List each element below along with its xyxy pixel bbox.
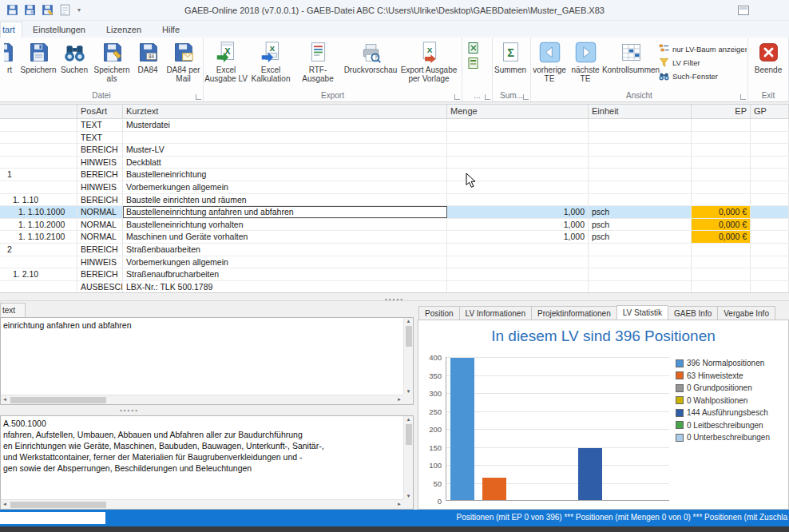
- horizontal-scrollbar[interactable]: ◄►: [1, 395, 403, 404]
- excel-small-icon[interactable]: [467, 57, 480, 69]
- ribbon-tab-start[interactable]: tart: [0, 22, 22, 38]
- table-row[interactable]: AUSBESCHRLBX-Nr.: TLK 500.1789: [0, 281, 789, 294]
- excel-ausgabe-lv-button[interactable]: X Excel Ausgabe LV: [204, 38, 248, 89]
- langtext-editor[interactable]: A.500.1000 nfahren, Aufstellen, Umbauen,…: [0, 415, 414, 510]
- suchen-button[interactable]: Suchen: [57, 38, 91, 89]
- cell-kurztext: [123, 132, 447, 144]
- chart-gridline: [446, 411, 669, 412]
- table-row[interactable]: 1BEREICHBaustelleneinrichtung: [0, 169, 789, 181]
- scroll-left-icon[interactable]: ◄: [2, 397, 7, 402]
- ribbon-tab-lizenzen[interactable]: Lizenzen: [96, 22, 152, 38]
- scrollbar-thumb[interactable]: [406, 326, 412, 347]
- cell-menge: [447, 244, 589, 256]
- window-icon[interactable]: [738, 6, 749, 15]
- table-row[interactable]: 1. 2.10BEREICHStraßenaufbrucharbeiten: [0, 268, 789, 281]
- table-row[interactable]: 1. 1.10.2000NORMALBaustelleneinrichtung …: [0, 219, 789, 232]
- panel-splitter[interactable]: •••••: [0, 405, 414, 415]
- tab-gaeb-info[interactable]: GAEB Info: [668, 306, 717, 320]
- table-row[interactable]: 1. 1.10.1000NORMALBaustelleneinrichtung …: [0, 206, 789, 219]
- scroll-right-icon[interactable]: ►: [397, 502, 402, 506]
- scrollbar-thumb[interactable]: [10, 502, 106, 508]
- horizontal-scrollbar[interactable]: ◄►: [1, 499, 403, 509]
- tab-lv-informationen[interactable]: LV Informationen: [459, 306, 531, 320]
- cell-einheit: psch: [589, 231, 692, 243]
- column-header-einheit[interactable]: Einheit: [589, 105, 692, 118]
- cell-gp: [751, 231, 789, 243]
- cell-einheit: [589, 181, 692, 193]
- vorherige-te-button[interactable]: vorherige TE: [531, 38, 568, 89]
- save-all-icon[interactable]: [23, 3, 37, 17]
- scroll-right-icon[interactable]: ►: [397, 397, 402, 402]
- excel-small-icon[interactable]: [467, 42, 480, 54]
- vertical-scrollbar[interactable]: ▲▼: [403, 318, 413, 395]
- naechste-te-button[interactable]: nächste TE: [568, 38, 603, 89]
- dialog-launcher-icon[interactable]: [523, 94, 529, 100]
- tab-projektinformationen[interactable]: Projektinformationen: [531, 306, 617, 320]
- dialog-launcher-icon[interactable]: [740, 94, 746, 100]
- ribbon-tab-einstellungen[interactable]: Einstellungen: [22, 22, 96, 38]
- table-row[interactable]: BEREICHMuster-LV: [0, 144, 789, 157]
- save-icon[interactable]: [6, 3, 19, 17]
- column-header-menge[interactable]: Menge: [447, 105, 589, 118]
- kurztext-editor[interactable]: einrichtung anfahren und abfahren ▲▼ ◄►: [0, 317, 414, 405]
- rtf-ausgabe-button[interactable]: RTF-Ausgabe: [293, 38, 343, 89]
- preview-icon[interactable]: [58, 3, 72, 17]
- cell-posart: HINWEIS: [77, 157, 123, 169]
- table-row[interactable]: 1. 1.10BEREICHBaustelle einrichten und r…: [0, 194, 789, 207]
- horizontal-splitter[interactable]: •••••: [0, 292, 789, 301]
- scrollbar-thumb[interactable]: [10, 397, 106, 403]
- table-row[interactable]: TEXTMusterdatei: [0, 119, 789, 132]
- table-row[interactable]: HINWEISVorbemerkungen allgemein: [0, 181, 789, 194]
- lv-filter-label: LV Filter: [672, 58, 700, 67]
- export-vorlage-button[interactable]: X Export Ausgabe per Vorlage: [398, 38, 459, 89]
- legend-swatch: [676, 359, 684, 367]
- ribbon-tab-hilfe[interactable]: Hilfe: [152, 22, 190, 38]
- scroll-down-icon[interactable]: ▼: [404, 494, 413, 498]
- table-row[interactable]: 1. 1.10.2100NORMALMaschinen und Geräte v…: [0, 231, 789, 244]
- cell-kurztext: Baustelleneinrichtung anfahren und abfah…: [123, 206, 447, 218]
- tab-vergabe-info[interactable]: Vergabe Info: [717, 306, 775, 320]
- scroll-up-icon[interactable]: ▲: [404, 319, 413, 324]
- lv-filter-button[interactable]: LV Filter: [659, 56, 747, 69]
- dialog-launcher-icon[interactable]: [485, 94, 490, 100]
- tab-lv-statistik[interactable]: LV Statistik: [617, 305, 668, 320]
- chart-gridline: [446, 375, 669, 376]
- dialog-launcher-icon[interactable]: [454, 94, 460, 100]
- tab-position[interactable]: Position: [418, 306, 459, 320]
- column-header-ep[interactable]: EP: [692, 105, 751, 118]
- scrollbar-thumb[interactable]: [406, 424, 412, 445]
- speichern-als-button[interactable]: Speichern als: [91, 38, 133, 89]
- table-row[interactable]: HINWEISDeckblatt: [0, 157, 789, 169]
- table-row[interactable]: HINWEISVorbemerkungen allgemein: [0, 256, 789, 269]
- column-header-posart[interactable]: PosArt: [77, 105, 123, 118]
- column-header-oz[interactable]: [0, 105, 77, 118]
- cell-einheit: [589, 157, 692, 169]
- summen-button[interactable]: Σ Summen: [493, 38, 528, 89]
- qat-dropdown-icon[interactable]: ▾: [77, 6, 81, 14]
- lv-baum-toggle[interactable]: n​ur LV-Baum anzeigen: [659, 42, 747, 56]
- druckvorschau-button[interactable]: Druckvorschau: [343, 38, 398, 89]
- table-row[interactable]: TEXT: [0, 132, 789, 145]
- cell-kurztext: Muster-LV: [123, 144, 447, 156]
- dialog-launcher-icon[interactable]: [196, 94, 201, 100]
- kontrollsummen-button[interactable]: Kontrollsummen: [603, 38, 659, 89]
- da84-button[interactable]: 84 DA84: [133, 38, 163, 89]
- vertical-scrollbar[interactable]: ▲▼: [403, 416, 413, 499]
- excel-kalkulation-button[interactable]: X Excel Kalkulation: [248, 38, 293, 89]
- y-axis-label: 50: [422, 479, 442, 488]
- table-row[interactable]: 2BEREICHStraßenbauarbeiten: [0, 244, 789, 256]
- speichern-button[interactable]: Speichern: [19, 38, 57, 89]
- da84-mail-button[interactable]: DA84 per Mail: [163, 38, 204, 89]
- import-button[interactable]: rt: [0, 38, 19, 89]
- beende-button[interactable]: Beende: [751, 38, 785, 89]
- cell-posart: HINWEIS: [77, 181, 123, 193]
- column-header-kurztext[interactable]: Kurztext: [123, 105, 447, 118]
- scroll-down-icon[interactable]: ▼: [404, 389, 413, 394]
- scroll-left-icon[interactable]: ◄: [2, 502, 7, 506]
- scroll-up-icon[interactable]: ▲: [404, 417, 413, 422]
- tab-kurztext[interactable]: text: [0, 303, 26, 317]
- save-as-icon[interactable]: [41, 3, 54, 17]
- such-fenster-button[interactable]: Such-Fenster: [659, 69, 747, 83]
- column-header-gp[interactable]: GP: [751, 105, 789, 118]
- langtext-content: A.500.1000 nfahren, Aufstellen, Umbauen,…: [3, 418, 400, 496]
